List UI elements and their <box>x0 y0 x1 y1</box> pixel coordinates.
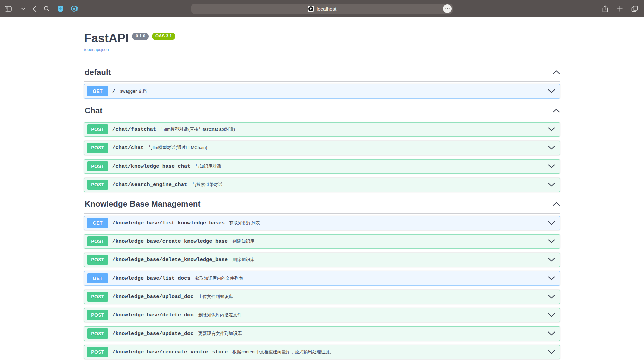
operation-row[interactable]: POST /chat/fastchat 与llm模型对话(直接与fastchat… <box>84 122 560 137</box>
oas-badge: OAS 3.1 <box>152 33 175 40</box>
section-header[interactable]: Knowledge Base Management <box>84 197 560 214</box>
method-badge[interactable]: GET <box>87 86 108 96</box>
operation-summary: 获取知识库内的文件列表 <box>195 275 243 281</box>
operation-row[interactable]: GET / swagger 文档 <box>84 84 560 99</box>
method-badge[interactable]: POST <box>87 328 108 339</box>
operation-summary: 删除知识库 <box>232 257 254 263</box>
new-tab-icon[interactable] <box>617 6 623 12</box>
method-badge[interactable]: POST <box>87 292 108 302</box>
operation-row[interactable]: GET /knowledge_base/list_knowledge_bases… <box>84 216 560 230</box>
chevron-down-icon[interactable] <box>548 164 557 168</box>
chevron-down-icon[interactable] <box>548 295 557 299</box>
operation-row[interactable]: POST /chat/knowledge_base_chat 与知识库对话 <box>84 159 560 174</box>
api-info: FastAPI 0.1.0 OAS 3.1 /openapi.json <box>84 17 560 52</box>
chevron-down-icon[interactable] <box>548 127 557 131</box>
operations-list: POST /chat/fastchat 与llm模型对话(直接与fastchat… <box>84 122 560 192</box>
chevron-up-icon[interactable] <box>553 202 560 206</box>
swagger-page: FastAPI 0.1.0 OAS 3.1 /openapi.json defa… <box>77 17 567 359</box>
operation-row[interactable]: POST /knowledge_base/create_knowledge_ba… <box>84 234 560 249</box>
back-icon[interactable] <box>33 6 36 12</box>
operation-row[interactable]: GET /knowledge_base/list_docs 获取知识库内的文件列… <box>84 271 560 286</box>
chevron-down-icon[interactable] <box>548 258 557 262</box>
operation-path: /knowledge_base/recreate_vector_store <box>112 349 228 355</box>
chevron-down-icon[interactable] <box>548 350 557 354</box>
chevron-down-icon[interactable] <box>548 331 557 336</box>
operation-path: /knowledge_base/list_docs <box>112 275 191 281</box>
operation-summary: 与llm模型对话(通过LLMChain) <box>148 145 207 151</box>
chevron-down-icon[interactable] <box>548 221 557 225</box>
chevron-down-icon[interactable] <box>548 313 557 317</box>
chevron-down-icon[interactable] <box>548 89 557 93</box>
chevron-down-icon[interactable] <box>548 183 557 187</box>
chevron-down-icon[interactable] <box>548 239 557 243</box>
operation-row[interactable]: POST /knowledge_base/update_doc 更新现有文件到知… <box>84 326 560 341</box>
operation-path: /knowledge_base/upload_doc <box>112 294 194 300</box>
operation-summary: 根据content中文档重建向量库，流式输出处理进度。 <box>232 349 334 355</box>
operation-path: /chat/knowledge_base_chat <box>112 163 191 169</box>
url-text: localhost <box>317 6 336 12</box>
target-extension-icon[interactable] <box>71 5 79 12</box>
operation-summary: 与搜索引擎对话 <box>192 182 222 188</box>
chevron-up-icon[interactable] <box>553 70 560 74</box>
shield-extension-icon[interactable] <box>57 5 64 12</box>
operation-summary: 与llm模型对话(直接与fastchat api对话) <box>161 126 235 132</box>
method-badge[interactable]: GET <box>87 218 108 228</box>
operation-path: /knowledge_base/update_doc <box>112 330 194 337</box>
chevron-down-icon[interactable] <box>548 276 557 280</box>
openapi-spec-link[interactable]: /openapi.json <box>84 47 109 52</box>
operation-path: /chat/fastchat <box>112 126 156 132</box>
tabs-overview-icon[interactable] <box>631 6 638 12</box>
operation-summary: 删除知识库内指定文件 <box>198 312 242 318</box>
operation-summary: 与知识库对话 <box>195 163 221 169</box>
method-badge[interactable]: POST <box>87 347 108 357</box>
operation-row[interactable]: POST /knowledge_base/delete_knowledge_ba… <box>84 253 560 267</box>
section-header[interactable]: default <box>84 66 560 82</box>
address-bar[interactable]: localhost <box>191 4 453 14</box>
method-badge[interactable]: POST <box>87 180 108 190</box>
method-badge[interactable]: POST <box>87 310 108 320</box>
operation-row[interactable]: POST /chat/search_engine_chat 与搜索引擎对话 <box>84 178 560 192</box>
section-header[interactable]: Chat <box>84 104 560 120</box>
ellipsis-icon[interactable] <box>443 4 452 13</box>
operations-list: GET / swagger 文档 <box>84 84 560 99</box>
operations-list: GET /knowledge_base/list_knowledge_bases… <box>84 216 560 359</box>
operation-path: /knowledge_base/delete_doc <box>112 312 194 318</box>
site-favicon <box>308 6 314 12</box>
chevron-up-icon[interactable] <box>553 108 560 113</box>
section-title: Knowledge Base Management <box>85 199 200 209</box>
api-section: Chat POST /chat/fastchat 与llm模型对话(直接与fas… <box>84 104 560 192</box>
operation-path: / <box>112 88 115 94</box>
toolbar-separator <box>16 5 16 12</box>
operation-path: /knowledge_base/list_knowledge_bases <box>112 220 225 226</box>
operation-path: /chat/chat <box>112 145 144 151</box>
method-badge[interactable]: POST <box>87 161 108 171</box>
method-badge[interactable]: POST <box>87 143 108 153</box>
page-title: FastAPI 0.1.0 OAS 3.1 <box>84 32 560 45</box>
operation-summary: 获取知识库列表 <box>229 220 260 226</box>
operation-row[interactable]: POST /knowledge_base/delete_doc 删除知识库内指定… <box>84 308 560 322</box>
search-icon[interactable] <box>44 6 50 12</box>
sidebar-icon[interactable] <box>5 6 12 12</box>
operation-summary: swagger 文档 <box>120 88 147 94</box>
api-title-text: FastAPI <box>84 32 129 45</box>
method-badge[interactable]: POST <box>87 255 108 265</box>
operation-row[interactable]: POST /knowledge_base/recreate_vector_sto… <box>84 345 560 359</box>
share-icon[interactable] <box>602 5 608 12</box>
operation-summary: 上传文件到知识库 <box>198 294 233 300</box>
operation-path: /knowledge_base/delete_knowledge_base <box>112 257 228 263</box>
browser-toolbar: localhost <box>0 0 644 17</box>
api-section: default GET / swagger 文档 <box>84 66 560 99</box>
method-badge[interactable]: GET <box>87 273 108 283</box>
api-sections: default GET / swagger 文档 Chat POST /chat… <box>84 66 560 359</box>
operation-path: /knowledge_base/create_knowledge_base <box>112 238 228 244</box>
method-badge[interactable]: POST <box>87 124 108 134</box>
chevron-down-icon[interactable] <box>21 8 25 10</box>
operation-path: /chat/search_engine_chat <box>112 182 187 188</box>
method-badge[interactable]: POST <box>87 236 108 246</box>
operation-row[interactable]: POST /knowledge_base/upload_doc 上传文件到知识库 <box>84 290 560 304</box>
operation-row[interactable]: POST /chat/chat 与llm模型对话(通过LLMChain) <box>84 141 560 155</box>
section-title: default <box>85 68 111 77</box>
chevron-down-icon[interactable] <box>548 146 557 150</box>
operation-summary: 更新现有文件到知识库 <box>198 330 242 337</box>
version-badge: 0.1.0 <box>132 33 149 40</box>
